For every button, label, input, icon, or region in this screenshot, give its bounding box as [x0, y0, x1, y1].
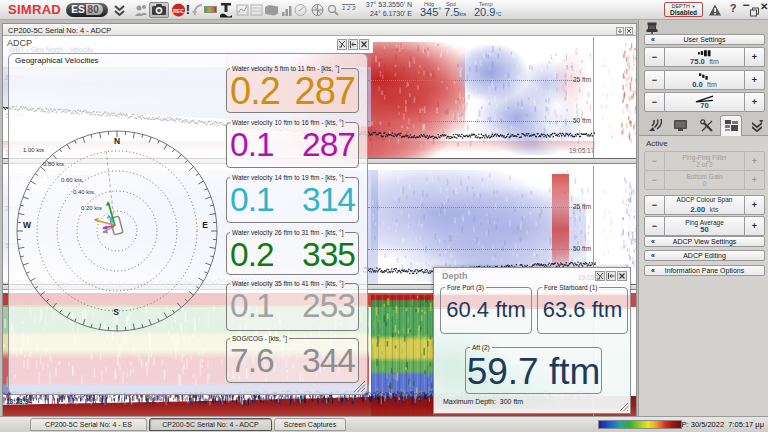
svg-text:S: S [113, 307, 119, 317]
svg-text:0.40 kts,: 0.40 kts, [73, 189, 96, 195]
svg-text:0.20 kts: 0.20 kts [81, 205, 102, 211]
svg-text:0.80 kts,: 0.80 kts, [43, 161, 66, 167]
svg-text:N: N [114, 136, 120, 146]
svg-text:0.60 kts,: 0.60 kts, [61, 177, 84, 183]
svg-text:REC: REC [173, 8, 184, 14]
svg-text:W: W [23, 220, 32, 230]
svg-text:1.00 kts: 1.00 kts [23, 147, 44, 153]
svg-text:E: E [202, 220, 208, 230]
